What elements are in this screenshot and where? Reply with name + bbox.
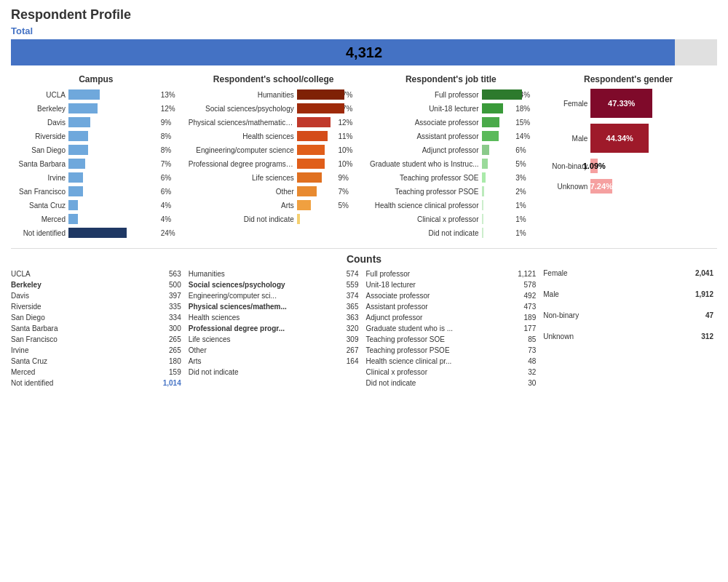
bar-pct: 9%: [161, 119, 181, 127]
bar-row: Santa Barbara7%: [11, 158, 181, 170]
bar-label: Graduate student who is Instruc...: [366, 160, 479, 168]
count-name: Riverside: [11, 303, 41, 311]
count-name: Graduate student who is ...: [366, 324, 454, 332]
bar-fill: [68, 172, 83, 183]
bar-wrap: [482, 103, 513, 113]
bar-wrap: [482, 228, 513, 238]
bar-wrap: [68, 103, 158, 113]
bar-row: Health sciences11%: [189, 130, 359, 142]
count-value: 159: [169, 368, 181, 376]
count-item: Social sciences/psychology559: [189, 280, 359, 290]
bar-label: Irvine: [11, 174, 66, 182]
bar-label: Associate professor: [366, 119, 479, 127]
count-item: Teaching professor SOE85: [366, 335, 537, 344]
job-chart: Respondent's job title Full professor34%…: [363, 74, 540, 241]
count-value: 397: [169, 292, 181, 300]
gender-bar-row: Non-binary1.09%: [543, 159, 713, 173]
school-title: Respondent's school/college: [189, 74, 359, 84]
bar-pct: 13%: [161, 91, 181, 99]
campus-title: Campus: [11, 74, 181, 84]
gender-bars: Female47.33%Male44.34%Non-binary1.09%Unk…: [543, 89, 713, 194]
bar-fill: [297, 200, 311, 210]
gender-label: Male: [543, 135, 590, 143]
bar-fill: [297, 172, 322, 183]
count-name: Physical sciences/mathem...: [189, 303, 287, 311]
count-value: 320: [347, 324, 359, 332]
bar-fill: [482, 89, 522, 100]
bar-pct: 10%: [339, 160, 359, 168]
count-value: 189: [524, 314, 537, 322]
bar-wrap: [482, 145, 513, 155]
count-item: Clinical x professor32: [366, 367, 537, 377]
count-item: Riverside335: [11, 302, 181, 311]
charts-row: Campus UCLA13%Berkeley12%Davis9%Riversid…: [11, 74, 717, 241]
bar-fill: [297, 117, 331, 127]
count-value: 180: [169, 357, 181, 365]
bar-label: Health sciences: [189, 132, 294, 140]
count-item: Did not indicate30: [366, 378, 537, 388]
bar-label: Humanities: [189, 91, 294, 99]
bar-wrap: [68, 186, 158, 196]
count-name: Unit-18 lecturer: [366, 281, 416, 289]
bar-row: Graduate student who is Instruc...5%: [366, 158, 537, 170]
bar-fill: [482, 228, 483, 238]
bar-fill: [297, 186, 317, 196]
count-item: Adjunct professor189: [366, 313, 537, 322]
bar-row: Assistant professor14%: [366, 130, 537, 142]
bar-pct: 11%: [339, 132, 359, 140]
bar-row: Unit-18 lecturer18%: [366, 103, 537, 114]
bar-label: Social sciences/psychology: [189, 105, 294, 113]
bar-row: Social sciences/psychology17%: [189, 103, 359, 114]
page-title: Respondent Profile: [11, 7, 717, 23]
count-name: Arts: [189, 357, 202, 365]
count-value: 1,014: [163, 379, 181, 387]
count-item: Health sciences363: [189, 313, 359, 322]
count-name: Social sciences/psychology: [189, 281, 285, 289]
bar-row: Physical sciences/mathematics/statistics…: [189, 116, 359, 128]
bar-pct: 7%: [161, 160, 181, 168]
count-name: Merced: [11, 368, 35, 376]
bar-pct: 1%: [515, 229, 536, 237]
gender-count-value: 47: [705, 311, 713, 319]
bar-wrap: [68, 131, 158, 141]
counts-title: Counts: [11, 253, 717, 265]
count-name: Life sciences: [189, 335, 231, 343]
bar-pct: 9%: [339, 174, 359, 182]
count-item: Full professor1,121: [366, 269, 537, 279]
bar-fill: [482, 200, 483, 210]
count-name: Other: [189, 346, 207, 354]
bar-pct: 7%: [339, 188, 359, 196]
bar-wrap: [297, 89, 336, 100]
count-item: Humanities574: [189, 269, 359, 279]
bar-label: Life sciences: [189, 174, 294, 182]
count-item: Berkeley500: [11, 280, 181, 290]
count-item: Assistant professor473: [366, 302, 537, 311]
bar-label: Did not indicate: [189, 215, 294, 223]
count-item: Teaching professor PSOE73: [366, 346, 537, 355]
bar-row: San Francisco6%: [11, 186, 181, 197]
count-item: Other267: [189, 346, 359, 355]
bar-wrap: [297, 145, 336, 155]
bar-wrap: [68, 117, 158, 127]
bar-fill: [482, 214, 483, 224]
counts-row: UCLA563Berkeley500Davis397Riverside335Sa…: [11, 269, 717, 389]
bar-label: Assistant professor: [366, 132, 479, 140]
bar-wrap: [482, 172, 513, 183]
count-value: 334: [169, 314, 181, 322]
bar-wrap: [482, 89, 513, 100]
bar-fill: [68, 200, 78, 210]
bar-pct: 6%: [515, 146, 536, 154]
count-value: 177: [524, 324, 537, 332]
job-title: Respondent's job title: [366, 74, 537, 84]
gender-title: Respondent's gender: [543, 74, 713, 84]
bar-label: Not identified: [11, 229, 66, 237]
bar-label: Santa Cruz: [11, 202, 66, 210]
count-name: Not identified: [11, 379, 53, 387]
bar-row: Davis9%: [11, 116, 181, 128]
gender-pct: 7.24%: [590, 182, 613, 191]
bar-row: Santa Cruz4%: [11, 199, 181, 211]
counts-gender: Female2,041Male1,912Non-binary47Unknown3…: [539, 269, 717, 389]
bar-wrap: [68, 200, 158, 210]
bar-pct: 12%: [161, 105, 181, 113]
total-label: Total: [11, 25, 717, 36]
